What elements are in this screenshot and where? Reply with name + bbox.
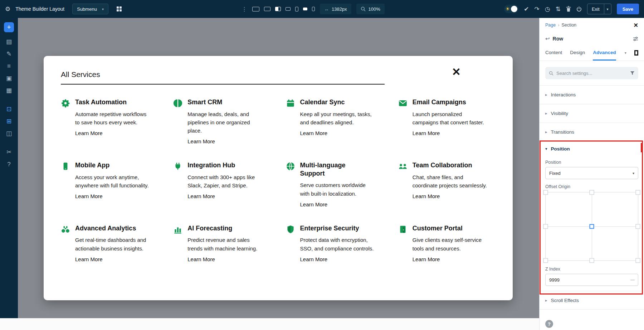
panel-tabs: Content Design Advanced ▾ xyxy=(540,45,644,61)
offset-handle-top-left[interactable] xyxy=(543,190,548,195)
settings-search-input[interactable] xyxy=(556,71,627,76)
trash-icon[interactable] xyxy=(566,6,571,12)
back-arrow-icon[interactable]: ↩ xyxy=(545,35,550,42)
chevron-right-icon: ▸ xyxy=(545,111,547,116)
position-select[interactable]: Fixed ▾ xyxy=(545,167,638,179)
breadcrumb-separator-icon: › xyxy=(558,23,559,28)
gear-icon[interactable]: ⚙ xyxy=(5,6,10,12)
section-visibility[interactable]: ▸ Visibility xyxy=(540,104,644,123)
phone-landscape-icon[interactable] xyxy=(303,8,307,10)
learn-more-link[interactable]: Learn More xyxy=(75,256,103,262)
learn-more-link[interactable]: Learn More xyxy=(300,130,328,136)
check-icon[interactable]: ✔ xyxy=(524,6,529,12)
builder-left-region: + ▤ ✎ ≡ ▣ ▦ ⊡ ⊞ ◫ ✂ ? xyxy=(0,18,539,330)
offset-handle-middle-left[interactable] xyxy=(543,224,548,229)
add-module-button[interactable]: + xyxy=(4,22,14,32)
box-outline-icon[interactable] xyxy=(634,50,638,56)
boxed-width-icon[interactable] xyxy=(275,7,281,11)
tools-icon[interactable]: ✂ xyxy=(6,149,11,155)
toggle-knob xyxy=(511,6,517,12)
sliders-icon[interactable] xyxy=(633,37,638,41)
save-button[interactable]: Save xyxy=(617,4,639,14)
offset-handle-middle-right[interactable] xyxy=(636,224,640,229)
offset-handle-center[interactable] xyxy=(590,224,594,229)
top-toolbar: ⚙ Theme Builder Layout Submenu ▾ ⋮ ↔ 138… xyxy=(0,0,644,18)
submenu-dropdown[interactable]: Submenu ▾ xyxy=(72,4,108,14)
desktop-icon[interactable] xyxy=(264,7,270,11)
learn-more-link[interactable]: Learn More xyxy=(187,193,215,199)
service-card: Mobile App Access your work anytime, any… xyxy=(61,161,158,208)
service-description: Get real-time dashboards and actionable … xyxy=(75,236,152,253)
learn-more-link[interactable]: Learn More xyxy=(413,193,440,199)
tab-design[interactable]: Design xyxy=(570,45,585,61)
redo-icon[interactable]: ↷ xyxy=(535,6,540,12)
breakpoint-switcher xyxy=(252,7,315,11)
learn-more-link[interactable]: Learn More xyxy=(75,130,103,136)
section-transitions[interactable]: ▸ Transitions xyxy=(540,123,644,141)
chevron-right-icon: ▸ xyxy=(545,298,547,303)
media-icon[interactable]: ▣ xyxy=(6,75,12,81)
canvas-width-field[interactable]: ↔ 1382px xyxy=(320,4,351,14)
learn-more-link[interactable]: Learn More xyxy=(300,201,328,207)
settings-panel: Page › Section ✕ ↩ Row Content Design Ad… xyxy=(539,18,644,330)
main-area: + ▤ ✎ ≡ ▣ ▦ ⊡ ⊞ ◫ ✂ ? xyxy=(0,18,644,330)
service-card: Email Campaigns Launch personalized camp… xyxy=(398,98,496,145)
learn-more-link[interactable]: Learn More xyxy=(187,138,215,144)
tablet-landscape-icon[interactable] xyxy=(286,7,291,11)
section-scroll-effects[interactable]: ▸ Scroll Effects xyxy=(540,291,644,310)
reorder-arrows-icon[interactable]: ⇅ xyxy=(556,6,561,12)
offset-handle-bottom-center[interactable] xyxy=(590,258,594,263)
tablet-portrait-icon[interactable] xyxy=(295,7,298,11)
panel-help-icon[interactable]: ? xyxy=(545,320,553,328)
offset-handle-top-center[interactable] xyxy=(590,190,594,195)
layers-icon[interactable]: ▤ xyxy=(6,39,12,45)
offset-handle-top-right[interactable] xyxy=(636,190,640,195)
desktop-xl-icon[interactable] xyxy=(252,7,259,11)
service-description: Serve customers worldwide with built-in … xyxy=(300,181,377,198)
offset-handle-bottom-right[interactable] xyxy=(636,258,640,263)
more-options-icon[interactable]: ⋮ xyxy=(241,6,247,13)
theme-toggle[interactable]: ☀ xyxy=(504,5,518,13)
chevron-down-icon: ▾ xyxy=(545,147,547,151)
breadcrumb-section[interactable]: Section xyxy=(561,23,576,28)
offset-handle-bottom-left[interactable] xyxy=(543,258,548,263)
learn-more-link[interactable]: Learn More xyxy=(300,256,328,262)
breadcrumb: Page › Section ✕ xyxy=(540,18,644,32)
duplicate-icon[interactable]: ⊞ xyxy=(6,118,11,124)
database-icon[interactable]: ≡ xyxy=(7,63,11,69)
section-label: Interactions xyxy=(551,92,576,97)
service-description: Predict revenue and sales trends with ma… xyxy=(187,236,264,253)
history-clock-icon[interactable]: ◷ xyxy=(545,6,550,12)
select-box-icon[interactable]: ⊡ xyxy=(6,106,11,112)
path-tool-icon[interactable]: ✎ xyxy=(6,51,11,57)
modules-icon[interactable]: ▦ xyxy=(6,87,12,94)
panel-close-icon[interactable]: ✕ xyxy=(634,22,638,29)
sphere-icon xyxy=(173,98,183,145)
search-row xyxy=(540,61,644,85)
toolbar-actions: ☀ ✔ ↷ ◷ ⇅ Exit ▾ Save xyxy=(504,4,639,14)
grid-view-icon[interactable] xyxy=(116,6,122,12)
zindex-input[interactable] xyxy=(545,274,638,286)
filter-icon[interactable] xyxy=(630,71,635,75)
learn-more-link[interactable]: Learn More xyxy=(75,193,103,199)
group-icon[interactable]: ◫ xyxy=(6,130,12,137)
service-title: Customer Portal xyxy=(413,224,480,233)
position-section-content: Position Fixed ▾ Offset Origin xyxy=(540,156,644,291)
learn-more-link[interactable]: Learn More xyxy=(413,130,440,136)
section-position-header[interactable]: ▾ Position xyxy=(540,141,644,156)
zoom-field[interactable]: 100% xyxy=(356,4,385,14)
section-interactions[interactable]: ▸ Interactions xyxy=(540,85,644,104)
exit-button[interactable]: Exit ▾ xyxy=(587,4,611,14)
page-canvas: All Services ✕ Task Automation Automate xyxy=(18,18,539,318)
power-icon[interactable] xyxy=(576,6,582,12)
service-title: Email Campaigns xyxy=(413,98,480,106)
learn-more-link[interactable]: Learn More xyxy=(187,256,215,262)
learn-more-link[interactable]: Learn More xyxy=(413,256,440,262)
phone-portrait-icon[interactable] xyxy=(312,7,315,11)
tab-advanced[interactable]: Advanced xyxy=(593,45,616,61)
breadcrumb-page[interactable]: Page xyxy=(545,23,556,28)
chevron-down-icon[interactable]: ▾ xyxy=(625,51,626,55)
tab-content[interactable]: Content xyxy=(545,45,562,61)
modal-close-icon[interactable]: ✕ xyxy=(452,67,461,77)
help-icon[interactable]: ? xyxy=(7,161,10,167)
